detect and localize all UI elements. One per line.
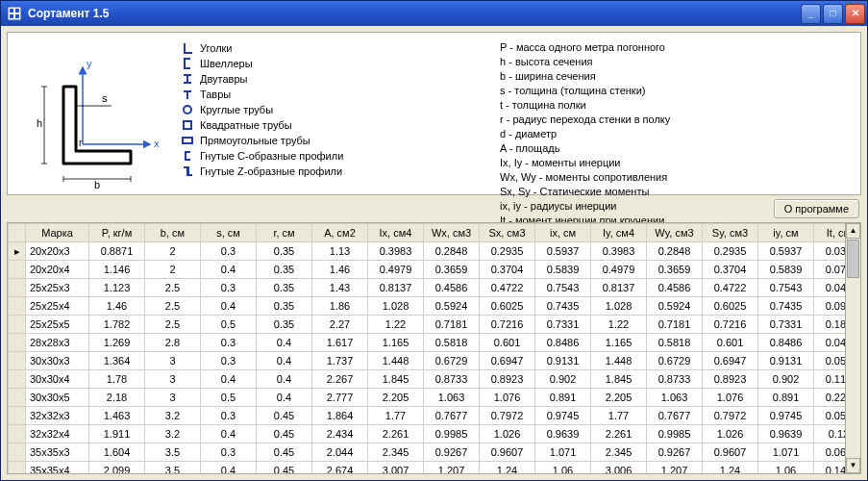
cell[interactable]: 1.165	[591, 334, 647, 352]
cell[interactable]: 2.5	[145, 279, 201, 297]
cell[interactable]: 0.2848	[647, 242, 703, 261]
cell[interactable]: 1.123	[89, 279, 145, 297]
profile-option-round-pipes[interactable]: Круглые трубы	[181, 102, 488, 117]
cell[interactable]: 0.6025	[703, 297, 758, 316]
cell[interactable]: 0.4	[201, 370, 257, 389]
cell[interactable]: 0.1408	[814, 462, 846, 474]
cell[interactable]: 0.0603	[814, 443, 846, 462]
cell[interactable]: 1.076	[480, 389, 535, 407]
cell[interactable]: 0.7972	[480, 407, 535, 425]
cell[interactable]: 1.22	[368, 316, 424, 334]
cell[interactable]: 2.267	[312, 370, 368, 389]
table-row[interactable]: 25x25x51.7822.50.50.352.271.220.71810.72…	[9, 316, 846, 334]
cell[interactable]: 1.46	[89, 297, 145, 316]
cell[interactable]: 3	[145, 352, 201, 370]
cell[interactable]: 2.27	[312, 316, 368, 334]
cell[interactable]: 3	[145, 370, 201, 389]
cell[interactable]: 0.1195	[814, 370, 846, 389]
cell[interactable]: 0.0477	[814, 334, 846, 352]
cell[interactable]: 0.8733	[424, 370, 480, 389]
cell[interactable]: 1.604	[89, 443, 145, 462]
cell[interactable]: 1.028	[368, 297, 424, 316]
profile-option-c-bent[interactable]: Гнутые C-образные профили	[181, 148, 488, 164]
cell[interactable]: 25x25x5	[26, 316, 89, 334]
cell[interactable]: 2.18	[89, 389, 145, 407]
column-header[interactable]: r, см	[257, 224, 312, 242]
maximize-button[interactable]: □	[823, 4, 843, 24]
profile-option-rect-pipes[interactable]: Прямоугольные трубы	[181, 133, 488, 148]
cell[interactable]: 0.3	[201, 352, 257, 370]
cell[interactable]: 3	[145, 389, 201, 407]
cell[interactable]: 30x30x5	[26, 389, 89, 407]
cell[interactable]: 3.2	[145, 407, 201, 425]
cell[interactable]: 1.617	[312, 334, 368, 352]
cell[interactable]: 0.3	[201, 334, 257, 352]
cell[interactable]: 2.205	[591, 389, 647, 407]
vertical-scrollbar[interactable]: ▲ ▼	[845, 223, 860, 473]
cell[interactable]: 0.9607	[480, 443, 535, 462]
cell[interactable]: 0.6947	[703, 352, 758, 370]
column-header[interactable]: ix, см	[535, 224, 591, 242]
cell[interactable]: 0.2292	[814, 389, 846, 407]
column-header[interactable]: Wx, см3	[424, 224, 480, 242]
cell[interactable]: 3.5	[145, 443, 201, 462]
cell[interactable]: 0.9639	[758, 425, 814, 443]
cell[interactable]: 0.6729	[424, 352, 480, 370]
cell[interactable]: 0.9639	[535, 425, 591, 443]
table-row[interactable]: 30x30x31.36430.30.41.7371.4480.67290.694…	[9, 352, 846, 370]
cell[interactable]: 0.5	[201, 316, 257, 334]
cell[interactable]: 0.3983	[591, 242, 647, 261]
cell[interactable]: 35x35x3	[26, 443, 89, 462]
table-row[interactable]: 25x25x31.1232.50.30.351.430.81370.45860.…	[9, 279, 846, 297]
cell[interactable]: 0.4586	[647, 279, 703, 297]
close-button[interactable]: ✕	[845, 4, 865, 24]
profile-option-square-pipes[interactable]: Квадратные трубы	[181, 117, 488, 133]
cell[interactable]: 2	[145, 261, 201, 279]
cell[interactable]: 1.448	[368, 352, 424, 370]
cell[interactable]: 1.207	[424, 462, 480, 474]
cell[interactable]: 0.4	[257, 352, 312, 370]
cell[interactable]: 0.7543	[535, 279, 591, 297]
cell[interactable]: 0.891	[758, 389, 814, 407]
cell[interactable]: 30x30x4	[26, 370, 89, 389]
cell[interactable]: 0.9745	[758, 407, 814, 425]
cell[interactable]: 0.891	[535, 389, 591, 407]
cell[interactable]: 0.3659	[424, 261, 480, 279]
cell[interactable]: 32x32x4	[26, 425, 89, 443]
cell[interactable]: 0.9267	[424, 443, 480, 462]
cell[interactable]: 0.45	[257, 462, 312, 474]
cell[interactable]: 0.4979	[368, 261, 424, 279]
minimize-button[interactable]: _	[801, 4, 821, 24]
cell[interactable]: 0.5818	[424, 334, 480, 352]
cell[interactable]: 0.7181	[647, 316, 703, 334]
cell[interactable]: 0.35	[257, 297, 312, 316]
cell[interactable]: 0.3	[201, 242, 257, 261]
cell[interactable]: 30x30x3	[26, 352, 89, 370]
cell[interactable]: 0.5818	[647, 334, 703, 352]
cell[interactable]: 1.06	[535, 462, 591, 474]
cell[interactable]: 2.5	[145, 297, 201, 316]
cell[interactable]: 1.364	[89, 352, 145, 370]
cell[interactable]: 0.45	[257, 443, 312, 462]
cell[interactable]: 0.4	[201, 261, 257, 279]
cell[interactable]: 20x20x4	[26, 261, 89, 279]
cell[interactable]: 0.4	[201, 425, 257, 443]
cell[interactable]: 0.6729	[647, 352, 703, 370]
cell[interactable]: 0.4	[257, 389, 312, 407]
column-header[interactable]: Sx, см3	[480, 224, 535, 242]
cell[interactable]: 0.45	[257, 407, 312, 425]
table-row[interactable]: 30x30x41.7830.40.42.2671.8450.87330.8923…	[9, 370, 846, 389]
about-button[interactable]: О программе	[774, 199, 859, 218]
cell[interactable]: 0.7216	[703, 316, 758, 334]
cell[interactable]: 0.3659	[647, 261, 703, 279]
cell[interactable]: 1.13	[312, 242, 368, 261]
table-row[interactable]: 28x28x31.2692.80.30.41.6171.1650.58180.6…	[9, 334, 846, 352]
cell[interactable]: 2.8	[145, 334, 201, 352]
cell[interactable]: 0.0333	[814, 242, 846, 261]
cell[interactable]: 0.9131	[758, 352, 814, 370]
cell[interactable]: 2.261	[368, 425, 424, 443]
cell[interactable]: 1.782	[89, 316, 145, 334]
cell[interactable]: 32x32x3	[26, 407, 89, 425]
cell[interactable]: 3.2	[145, 425, 201, 443]
column-header[interactable]: Марка	[26, 224, 89, 242]
